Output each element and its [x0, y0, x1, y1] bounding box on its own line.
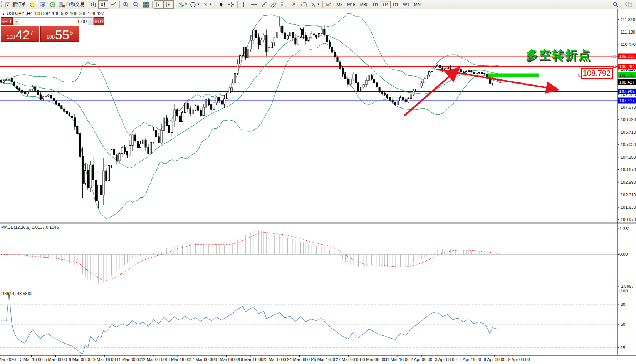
fibonacci-button[interactable]: F — [279, 0, 289, 9]
label-icon: T — [301, 2, 307, 8]
macd-axis-max: 1.331 — [619, 226, 630, 231]
volume-input[interactable] — [19, 18, 88, 25]
periods-button[interactable]: ▼ — [189, 0, 201, 9]
date-tick-label: 12 Mar 08:00 — [141, 357, 166, 362]
buy-price-box[interactable]: 108 55 5 — [40, 26, 79, 42]
candle-body — [276, 32, 278, 37]
chart-shift-icon — [166, 2, 172, 8]
arrows-button[interactable]: ▼ — [309, 0, 321, 9]
price-level-badge-label: 109.818 — [619, 54, 635, 59]
candle-body — [82, 156, 83, 183]
candle-body — [463, 72, 464, 73]
zoom-out-button[interactable] — [131, 0, 141, 9]
zoom-in-button[interactable] — [121, 0, 131, 9]
trendline-button[interactable] — [259, 0, 269, 9]
sell-price-big: 42 — [15, 29, 30, 41]
chart-bars-button[interactable] — [88, 0, 98, 9]
rsi-tick-label: 80 — [621, 302, 625, 307]
new-order-icon — [5, 2, 11, 7]
symbol-ohlc-text: USDJPY-,H4 108.394 108.502 108.365 108.4… — [7, 11, 104, 16]
green-highlight-bar[interactable] — [488, 74, 539, 77]
pane-splitter-rsi[interactable] — [0, 289, 636, 290]
tf-h1-button[interactable]: H1 — [371, 1, 381, 8]
date-tick-label: 18 Mar 08:00 — [214, 357, 239, 362]
line-handle-icon[interactable] — [613, 65, 616, 68]
tf-w1-button[interactable]: W1 — [401, 1, 412, 8]
crosshair-button[interactable] — [226, 0, 236, 9]
new-order-button[interactable]: 新订单 — [4, 0, 27, 9]
arrow-objects-icon — [310, 2, 316, 8]
sell-button[interactable]: SELL — [1, 17, 13, 25]
candle-body — [148, 147, 149, 154]
tf-m5-button[interactable]: M5 — [334, 1, 345, 8]
candle-body — [198, 106, 199, 110]
price-tick-label: 111.810 — [621, 17, 635, 22]
date-tick-label: 25 Mar 16:00 — [311, 357, 336, 362]
sell-price-prefix: 108 — [7, 34, 15, 39]
horizontal-line-button[interactable] — [249, 0, 259, 9]
tf-mn-button[interactable]: MN — [412, 1, 423, 8]
candle-body — [342, 68, 344, 74]
pane-splitter-macd[interactable] — [0, 223, 636, 224]
candle-body — [3, 81, 5, 82]
tf-m30-button[interactable]: M30 — [358, 1, 371, 8]
chart-line-button[interactable] — [108, 0, 118, 9]
date-tick-label: 23 Mar 00:00 — [263, 357, 288, 362]
volume-increase-button[interactable]: ▲ — [88, 18, 93, 25]
candle-body — [376, 83, 378, 87]
template-icon — [202, 2, 208, 8]
vertical-line-button[interactable] — [239, 0, 249, 9]
candle-body — [153, 130, 154, 142]
search-button[interactable] — [611, 0, 621, 9]
buy-button[interactable]: BUY — [94, 17, 104, 25]
tf-d1-button[interactable]: D1 — [391, 1, 401, 8]
tf-m1-button[interactable]: M1 — [324, 1, 334, 8]
chart-candles-button[interactable] — [98, 0, 108, 9]
collapse-panel-icon[interactable]: ▲ — [2, 12, 5, 16]
text-label-button[interactable]: T — [299, 0, 309, 9]
dropdown-arrow-icon: ▼ — [317, 3, 320, 6]
cursor-button[interactable] — [216, 0, 226, 9]
candle-body — [121, 148, 123, 154]
candle-body — [0, 80, 2, 82]
line-handle-icon[interactable] — [579, 74, 581, 76]
templates-button[interactable]: ▼ — [201, 0, 213, 9]
tf-h4-button[interactable]: H4 — [381, 1, 391, 8]
date-tick-label: 9 Mar 16:00 — [93, 357, 116, 362]
channel-button[interactable]: E — [269, 0, 279, 9]
candle-body — [366, 80, 367, 85]
candle-body — [426, 75, 428, 79]
turning-point-text[interactable]: 多空转折点 — [526, 48, 591, 62]
sell-price-box[interactable]: 108 42 7 — [1, 26, 39, 42]
toolbar-grip[interactable] — [1, 1, 3, 8]
candle-body — [445, 69, 446, 70]
mt4-terminal: 新订单 — [0, 0, 636, 364]
fibonacci-icon: F — [280, 2, 287, 8]
chat-button[interactable] — [624, 0, 634, 9]
indicators-button[interactable]: ▼ — [176, 0, 189, 9]
text-icon: A — [291, 2, 297, 8]
candle-body — [484, 74, 485, 74]
autoscroll-button[interactable] — [154, 0, 164, 9]
volume-decrease-button[interactable]: ▼ — [13, 18, 19, 25]
candle-body — [126, 151, 128, 155]
candle-body — [368, 76, 370, 80]
tf-m15-button[interactable]: M15 — [345, 1, 357, 8]
line-handle-icon[interactable] — [613, 55, 616, 57]
candle-body — [163, 118, 165, 130]
add-indicator-icon — [178, 2, 184, 8]
candle-body — [313, 34, 315, 35]
chart-shift-button[interactable] — [164, 0, 174, 9]
tile-windows-button[interactable] — [141, 0, 151, 9]
candle-body — [431, 68, 433, 72]
candle-body — [324, 29, 325, 35]
candle-body — [405, 100, 406, 102]
candle-body — [192, 110, 194, 114]
metaeditor-button[interactable] — [27, 0, 37, 9]
broadcast-button[interactable] — [47, 0, 57, 9]
toolbar-separator — [322, 1, 323, 8]
text-button[interactable]: A — [289, 0, 299, 9]
candle-body — [232, 83, 233, 88]
autotrading-button[interactable]: 自动交易 — [57, 0, 86, 9]
community-button[interactable] — [37, 0, 47, 9]
